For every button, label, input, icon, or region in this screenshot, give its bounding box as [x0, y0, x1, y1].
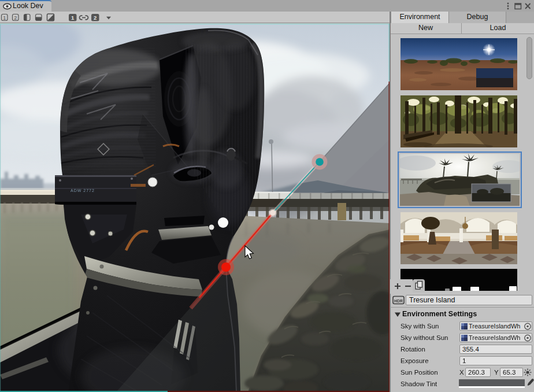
svg-text:ADW 2772: ADW 2772: [71, 188, 95, 193]
svg-text:2: 2: [14, 15, 17, 21]
svg-text:1: 1: [3, 15, 6, 21]
svg-text:1: 1: [71, 14, 75, 21]
svg-text:2: 2: [94, 14, 97, 21]
svg-text:HDR: HDR: [394, 299, 403, 303]
